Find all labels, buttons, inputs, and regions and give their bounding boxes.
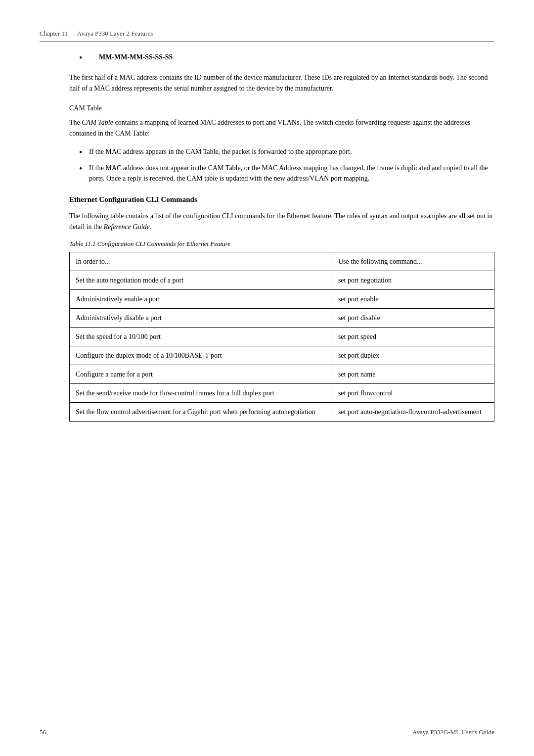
table-row: Configure a name for a portset port name xyxy=(70,365,494,383)
table-cell-col1-5: Configure a name for a port xyxy=(70,365,332,383)
footer-page-number: 56 xyxy=(40,728,46,736)
table-cell-col2-3: set port speed xyxy=(332,327,494,346)
page: Chapter 11 Avaya P330 Layer 2 Features •… xyxy=(0,0,534,756)
cam-italic: CAM Table xyxy=(82,119,113,126)
table-cell-col1-7: Set the flow control advertisement for a… xyxy=(70,402,332,421)
config-table: In order to... Use the following command… xyxy=(69,252,494,422)
section-para-text2: . xyxy=(150,223,152,231)
bullet-symbol-1: • xyxy=(79,146,89,159)
chapter-title: Avaya P330 Layer 2 Features xyxy=(77,30,153,37)
bullet-symbol-2: • xyxy=(79,163,89,184)
section-paragraph: The following table contains a list of t… xyxy=(69,211,494,233)
table-cell-col2-4: set port duplex xyxy=(332,346,494,365)
table-cell-col1-3: Set the speed for a 10/100 port xyxy=(70,327,332,346)
cam-bullet-1: • If the MAC address appears in the CAM … xyxy=(79,146,494,159)
col-header-2: Use the following command... xyxy=(332,252,494,271)
header-chapter: Chapter 11 Avaya P330 Layer 2 Features xyxy=(40,30,153,38)
table-row: Set the auto negotiation mode of a ports… xyxy=(70,271,494,289)
table-row: Configure the duplex mode of a 10/100BAS… xyxy=(70,346,494,365)
col-header-1: In order to... xyxy=(70,252,332,271)
table-row: Set the send/receive mode for flow-contr… xyxy=(70,383,494,402)
page-footer: 56 Avaya P332G-ML User's Guide xyxy=(40,728,494,736)
mac-format-bullet: • MM-MM-MM-SS-SS-SS xyxy=(79,52,494,68)
table-cell-col2-6: set port flowcontrol xyxy=(332,383,494,402)
table-cell-col1-0: Set the auto negotiation mode of a port xyxy=(70,271,332,289)
table-row: Set the flow control advertisement for a… xyxy=(70,402,494,421)
table-row: Set the speed for a 10/100 portset port … xyxy=(70,327,494,346)
footer-guide-name: Avaya P332G-ML User's Guide xyxy=(412,728,494,736)
table-cell-col2-7: set port auto-negotiation-flowcontrol-ad… xyxy=(332,402,494,421)
table-row: Administratively enable a portset port e… xyxy=(70,289,494,308)
cam-paragraph: The CAM Table contains a mapping of lear… xyxy=(69,117,494,140)
cam-bullet-text-1: If the MAC address appears in the CAM Ta… xyxy=(89,146,352,159)
section-heading: Ethernet Configuration CLI Commands xyxy=(69,195,494,204)
cam-table-title: CAM Table xyxy=(69,104,494,112)
table-cell-col1-1: Administratively enable a port xyxy=(70,289,332,308)
table-cell-col2-0: set port negotiation xyxy=(332,271,494,289)
bullet-symbol: • xyxy=(79,52,89,68)
mac-paragraph: The first half of a MAC address contains… xyxy=(69,72,494,94)
table-cell-col2-5: set port name xyxy=(332,365,494,383)
mac-format-text: MM-MM-MM-SS-SS-SS xyxy=(99,52,173,62)
table-caption: Table 11.1 Configuration CLI Commands fo… xyxy=(69,240,494,248)
table-cell-col2-1: set port enable xyxy=(332,289,494,308)
page-header: Chapter 11 Avaya P330 Layer 2 Features xyxy=(40,30,494,42)
table-header-row: In order to... Use the following command… xyxy=(70,252,494,271)
table-cell-col2-2: set port disable xyxy=(332,308,494,327)
table-cell-col1-2: Administratively disable a port xyxy=(70,308,332,327)
table-cell-col1-4: Configure the duplex mode of a 10/100BAS… xyxy=(70,346,332,365)
chapter-label: Chapter 11 xyxy=(40,30,68,37)
cam-bullet-2: • If the MAC address does not appear in … xyxy=(79,163,494,184)
table-cell-col1-6: Set the send/receive mode for flow-contr… xyxy=(70,383,332,402)
cam-bullet-text-2: If the MAC address does not appear in th… xyxy=(89,163,494,184)
main-content: • MM-MM-MM-SS-SS-SS The first half of a … xyxy=(40,52,494,422)
table-row: Administratively disable a portset port … xyxy=(70,308,494,327)
section-para-italic: Reference Guide xyxy=(104,223,150,231)
